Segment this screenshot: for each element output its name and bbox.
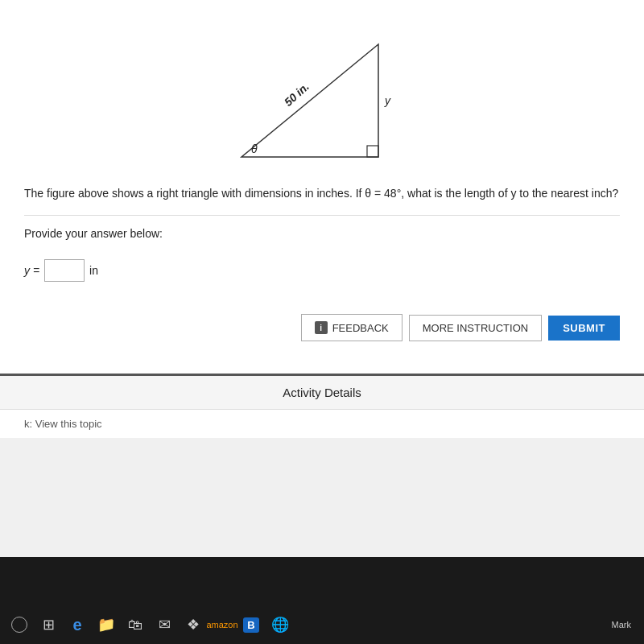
- button-row: i FEEDBACK MORE INSTRUCTION SUBMIT: [24, 306, 620, 357]
- unit-label: in: [89, 264, 98, 277]
- svg-marker-0: [242, 44, 378, 157]
- amazon-icon: amazon: [206, 620, 237, 630]
- taskbar-b-app[interactable]: B: [238, 612, 264, 638]
- taskbar-amazon[interactable]: amazon: [209, 612, 235, 638]
- bottom-dark-area: [0, 557, 644, 605]
- taskbar-store[interactable]: 🛍: [122, 612, 148, 638]
- taskbar: ⊞ e 📁 🛍 ✉ ❖ amazon B 🌐 Mark: [0, 605, 644, 644]
- b-app-icon: B: [243, 617, 258, 633]
- activity-details-bar: Activity Details: [0, 376, 644, 410]
- svg-text:50 in.: 50 in.: [282, 80, 312, 109]
- triangle-container: 50 in. y θ: [24, 16, 620, 177]
- taskbar-start[interactable]: [6, 612, 32, 638]
- feedback-button[interactable]: i FEEDBACK: [301, 314, 402, 341]
- equation-label: y =: [24, 264, 39, 277]
- dropbox-icon: ❖: [187, 616, 200, 634]
- feedback-icon: i: [315, 321, 328, 334]
- feedback-label: FEEDBACK: [332, 322, 389, 334]
- taskbar-edge-browser[interactable]: e: [64, 612, 90, 638]
- mail-icon: ✉: [159, 616, 171, 634]
- view-topic-row: k: View this topic: [0, 410, 644, 438]
- taskbar-dropbox[interactable]: ❖: [180, 612, 206, 638]
- view-topic-label: k: View this topic: [24, 418, 102, 430]
- svg-text:y: y: [384, 94, 391, 107]
- taskbar-chrome[interactable]: 🌐: [267, 612, 293, 638]
- taskbar-search[interactable]: ⊞: [35, 612, 61, 638]
- search-icon: ⊞: [43, 616, 55, 634]
- triangle-diagram: 50 in. y θ: [217, 28, 427, 173]
- main-content: 50 in. y θ The figure above shows a righ…: [0, 0, 644, 374]
- submit-button[interactable]: SUBMIT: [548, 316, 620, 341]
- more-instruction-button[interactable]: MORE INSTRUCTION: [409, 315, 542, 341]
- activity-title: Activity Details: [283, 386, 361, 399]
- provide-answer-label: Provide your answer below:: [24, 216, 620, 256]
- taskbar-mail[interactable]: ✉: [151, 612, 177, 638]
- store-icon: 🛍: [128, 617, 142, 634]
- question-text: The figure above shows a right triangle …: [24, 177, 620, 216]
- more-instruction-label: MORE INSTRUCTION: [423, 322, 528, 334]
- answer-input[interactable]: [44, 259, 85, 282]
- start-circle-icon: [11, 617, 27, 633]
- taskbar-file-explorer[interactable]: 📁: [93, 612, 119, 638]
- answer-row: y = in: [24, 256, 620, 306]
- question-body: The figure above shows a right triangle …: [24, 187, 618, 200]
- svg-rect-1: [367, 146, 378, 157]
- taskbar-mark-label: Mark: [612, 620, 638, 630]
- chrome-icon: 🌐: [271, 616, 289, 634]
- submit-label: SUBMIT: [563, 322, 605, 334]
- folder-icon: 📁: [97, 616, 115, 634]
- svg-text:θ: θ: [251, 142, 258, 155]
- edge-icon: e: [72, 616, 81, 634]
